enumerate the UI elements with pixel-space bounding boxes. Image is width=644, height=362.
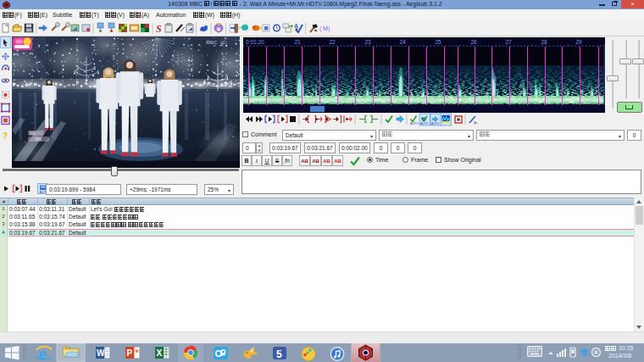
- svg-text:27: 27: [505, 39, 512, 45]
- svg-text:29: 29: [575, 39, 582, 45]
- svg-text:25: 25: [435, 39, 441, 45]
- svg-text:A: A: [294, 23, 298, 29]
- svg-text:): ): [328, 25, 330, 32]
- svg-text:23: 23: [364, 39, 371, 45]
- svg-text:24: 24: [399, 39, 406, 45]
- svg-text:W: W: [97, 348, 105, 358]
- svg-text:22: 22: [329, 39, 336, 45]
- svg-text:21: 21: [294, 39, 301, 45]
- svg-text:AUTO: AUTO: [410, 122, 419, 125]
- svg-text:AUTO: AUTO: [431, 122, 440, 125]
- svg-text:28: 28: [541, 39, 547, 45]
- svg-text:HD: HD: [220, 40, 227, 45]
- svg-text:?: ?: [3, 131, 8, 141]
- svg-text:26: 26: [470, 39, 477, 45]
- svg-text:S: S: [156, 23, 162, 35]
- svg-text:X: X: [157, 348, 163, 358]
- svg-text:MBC: MBC: [206, 40, 218, 45]
- svg-text:0:01:20: 0:01:20: [246, 39, 264, 45]
- svg-text:P: P: [127, 348, 133, 358]
- svg-text:AUTO: AUTO: [420, 122, 429, 125]
- svg-text:(: (: [319, 25, 322, 32]
- svg-text:5: 5: [276, 348, 282, 360]
